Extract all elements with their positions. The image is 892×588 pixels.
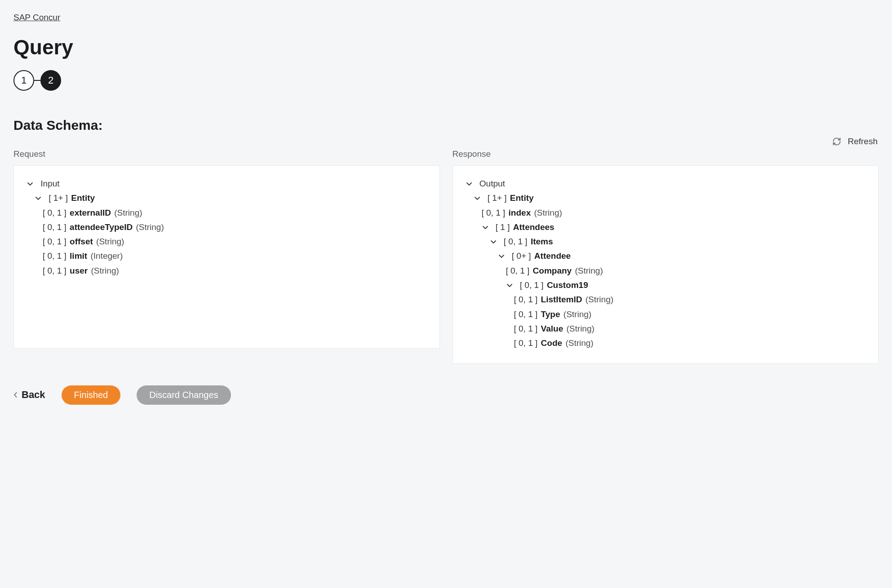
tree-leaf[interactable]: [ 0, 1 ] index (String) <box>482 206 866 220</box>
refresh-label: Refresh <box>848 137 878 146</box>
tree-card: [ 0, 1 ] <box>506 266 530 275</box>
tree-label: Type <box>541 309 560 319</box>
tree-label: Code <box>541 338 563 348</box>
tree-label: offset <box>70 237 93 246</box>
tree-leaf[interactable]: [ 0, 1 ] externalID (String) <box>43 206 427 220</box>
tree-leaf[interactable]: [ 0, 1 ] ListItemID (String) <box>514 292 866 307</box>
tree-leaf[interactable]: [ 0, 1 ] limit (Integer) <box>43 249 427 263</box>
discard-changes-button[interactable]: Discard Changes <box>137 385 231 405</box>
tree-label: externalID <box>70 208 111 217</box>
tree-label: Attendee <box>534 251 571 261</box>
tree-node-output[interactable]: Output <box>466 177 866 191</box>
tree-type: (String) <box>586 295 613 304</box>
response-panel: Output [ 1+ ] Entity [ 0, 1 ] index (Str… <box>453 165 879 364</box>
tree-leaf[interactable]: [ 0, 1 ] Type (String) <box>514 307 866 322</box>
tree-label: Entity <box>71 193 95 203</box>
request-panel: Input [ 1+ ] Entity [ 0, 1 ] externalID … <box>13 165 440 349</box>
tree-type: (String) <box>567 324 595 333</box>
tree-type: (String) <box>534 208 562 217</box>
tree-card: [ 0, 1 ] <box>514 309 538 319</box>
tree-node-input[interactable]: Input <box>27 177 427 191</box>
tree-card: [ 1+ ] <box>488 193 507 203</box>
step-connector <box>34 80 40 81</box>
chevron-down-icon <box>498 252 505 260</box>
tree-card: [ 0, 1 ] <box>482 208 506 217</box>
tree-leaf[interactable]: [ 0, 1 ] Code (String) <box>514 336 866 350</box>
finished-button[interactable]: Finished <box>62 385 121 405</box>
tree-node-custom19[interactable]: [ 0, 1 ] Custom19 <box>506 278 866 292</box>
tree-type: (String) <box>136 222 164 232</box>
step-2[interactable]: 2 <box>40 70 61 91</box>
tree-node-entity[interactable]: [ 1+ ] Entity <box>474 191 866 205</box>
tree-type: (String) <box>565 338 593 348</box>
refresh-button[interactable]: Refresh <box>832 137 878 146</box>
tree-card: [ 0, 1 ] <box>514 295 538 304</box>
tree-label: Output <box>479 179 505 188</box>
tree-type: (Integer) <box>90 251 123 261</box>
chevron-left-icon <box>13 392 18 398</box>
tree-label: Items <box>531 237 553 246</box>
tree-card: [ 0, 1 ] <box>43 266 67 275</box>
chevron-down-icon <box>35 195 42 202</box>
tree-card: [ 0, 1 ] <box>43 251 67 261</box>
tree-card: [ 0, 1 ] <box>514 324 538 333</box>
tree-leaf[interactable]: [ 0, 1 ] Value (String) <box>514 322 866 336</box>
tree-node-items[interactable]: [ 0, 1 ] Items <box>490 234 866 249</box>
tree-label: Attendees <box>513 222 555 232</box>
chevron-down-icon <box>490 238 497 245</box>
tree-card: [ 0, 1 ] <box>43 222 67 232</box>
tree-type: (String) <box>114 208 142 217</box>
stepper: 1 2 <box>13 70 879 91</box>
tree-card: [ 0, 1 ] <box>43 208 67 217</box>
tree-type: (String) <box>575 266 603 275</box>
chevron-down-icon <box>466 180 473 187</box>
chevron-down-icon <box>506 282 513 289</box>
tree-label: Company <box>533 266 572 275</box>
tree-label: user <box>70 266 88 275</box>
back-label: Back <box>22 389 45 401</box>
chevron-down-icon <box>482 224 489 231</box>
tree-node-attendee[interactable]: [ 0+ ] Attendee <box>498 249 866 263</box>
tree-label: Value <box>541 324 564 333</box>
tree-type: (String) <box>96 237 124 246</box>
tree-label: Entity <box>510 193 534 203</box>
refresh-icon <box>832 137 841 146</box>
response-header: Response <box>453 149 879 159</box>
tree-card: [ 0, 1 ] <box>520 280 544 290</box>
tree-card: [ 1 ] <box>496 222 510 232</box>
tree-leaf[interactable]: [ 0, 1 ] attendeeTypeID (String) <box>43 220 427 234</box>
tree-node-entity[interactable]: [ 1+ ] Entity <box>35 191 427 205</box>
tree-leaf[interactable]: [ 0, 1 ] offset (String) <box>43 234 427 249</box>
tree-type: (String) <box>564 309 591 319</box>
tree-card: [ 1+ ] <box>49 193 68 203</box>
tree-type: (String) <box>91 266 119 275</box>
tree-label: index <box>509 208 531 217</box>
tree-label: ListItemID <box>541 295 582 304</box>
chevron-down-icon <box>474 195 481 202</box>
tree-card: [ 0+ ] <box>512 251 531 261</box>
tree-leaf[interactable]: [ 0, 1 ] Company (String) <box>506 264 866 278</box>
section-title: Data Schema: <box>13 118 879 133</box>
chevron-down-icon <box>27 180 34 187</box>
tree-node-attendees[interactable]: [ 1 ] Attendees <box>482 220 866 234</box>
page-title: Query <box>13 35 879 59</box>
tree-label: Input <box>40 179 59 188</box>
tree-card: [ 0, 1 ] <box>43 237 67 246</box>
tree-card: [ 0, 1 ] <box>504 237 528 246</box>
tree-leaf[interactable]: [ 0, 1 ] user (String) <box>43 264 427 278</box>
tree-card: [ 0, 1 ] <box>514 338 538 348</box>
breadcrumb[interactable]: SAP Concur <box>13 13 60 22</box>
tree-label: Custom19 <box>547 280 588 290</box>
step-1[interactable]: 1 <box>13 70 34 91</box>
tree-label: limit <box>70 251 87 261</box>
request-header: Request <box>13 149 440 159</box>
back-button[interactable]: Back <box>13 389 45 401</box>
tree-label: attendeeTypeID <box>70 222 133 232</box>
